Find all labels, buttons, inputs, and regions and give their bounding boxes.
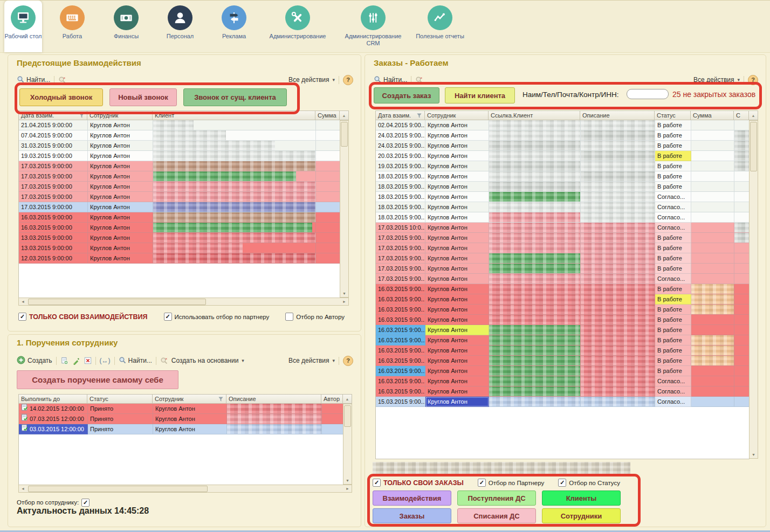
scroll-down-icon[interactable]: ▼ [340,289,348,297]
table-row[interactable]: 17.03.2015 9:00:00Круглов Антон [19,202,340,212]
table-row[interactable]: 03.03.2015 12:00:00ПринятоКруглов Антон [19,424,343,434]
table-row[interactable]: 17.03.2015 9:00:00Круглов Антон [19,171,340,182]
table-row[interactable]: 31.03.2015 9:00:00Круглов Антон [19,141,340,151]
column-header[interactable]: Описание [580,110,655,120]
vertical-scrollbar[interactable]: ▼ [749,120,758,459]
table-row[interactable]: 17.03.2015 9:00...Круглов АнтонВ работе [376,264,750,274]
client-search-input[interactable] [627,89,669,99]
scroll-right-icon[interactable]: ► [340,300,348,303]
table-row[interactable]: 02.04.2015 9:00...Круглов АнтонВ работе [376,120,750,130]
column-header[interactable]: Описание [226,394,321,404]
tab-admin-crm[interactable]: Администрирование CRM [338,1,409,52]
find-button[interactable]: Найти... [17,75,50,85]
checkbox-partner-filter[interactable]: ✓Использовать отбор по партнеру [164,313,270,321]
table-row[interactable]: 21.04.2015 9:00:00Круглов Антон [19,120,340,130]
clear-search-icon[interactable] [415,76,423,84]
find-button[interactable]: Найти... [119,356,152,365]
existing-client-call-button[interactable]: Звонок от сущ. клиента [183,88,287,106]
table-row[interactable]: 17.03.2015 9:00...Круглов АнтонВ работе [376,253,750,264]
table-row[interactable]: 16.03.2015 9:00...Круглов АнтонВ работе [376,284,750,294]
orders-nav-button[interactable]: Заказы [373,508,451,523]
table-row[interactable]: 17.03.2015 9:00:00Круглов Антон [19,182,340,192]
checkbox-order-partner-filter[interactable]: ✓Отбор по Партнеру [478,479,544,487]
horizontal-scrollbar[interactable]: ◄► [18,298,349,306]
table-row[interactable]: 16.03.2015 9:00...Круглов АнтонВ работе [376,294,750,305]
new-call-button[interactable]: Новый звонок [109,88,177,106]
checkbox-employee-filter[interactable]: Отбор по сотруднику:✓ [17,499,90,507]
table-row[interactable]: 07.04.2015 9:00:00Круглов Антон [19,130,340,141]
table-row[interactable]: 16.03.2015 9:00...Круглов АнтонВ работе [376,315,750,325]
table-row[interactable]: 12.03.2015 9:00:00Круглов Антон [19,253,340,264]
table-row[interactable]: 16.03.2015 9:00...Круглов АнтонВ работе [376,305,750,315]
clients-nav-button[interactable]: Клиенты [542,490,621,506]
checkbox-order-status-filter[interactable]: ✓Отбор по Статусу [558,479,620,487]
column-header[interactable]: Сумма [691,110,734,120]
ds-receipts-nav-button[interactable]: Поступления ДС [457,490,536,506]
set-interval-button[interactable]: (↔) [100,357,111,364]
table-row[interactable]: 07.03.2015 12:00:00ПринятоКруглов Антон [19,414,343,424]
tab-personnel[interactable]: Персонал [156,1,204,52]
table-row[interactable]: 18.03.2015 9:00...Круглов АнтонСогласо..… [376,202,750,212]
find-client-button[interactable]: Найти клиента [445,87,515,103]
column-header[interactable]: Автор [321,394,343,404]
table-row[interactable]: 18.03.2015 9:00...Круглов АнтонВ работе [376,182,750,192]
clear-search-icon[interactable] [160,357,168,364]
table-row[interactable]: 16.03.2015 9:00...Круглов АнтонВ работе [376,346,750,356]
table-row[interactable]: 24.03.2015 9:00...Круглов АнтонВ работе [376,141,750,151]
tab-work[interactable]: Работа [49,1,96,52]
interactions-nav-button[interactable]: Взаимодействия [373,490,451,506]
create-based-on-button[interactable]: Создать на основании▾ [171,357,244,364]
column-header[interactable]: С [734,110,749,120]
vertical-scrollbar[interactable]: ▼ [343,404,352,485]
help-button[interactable]: ? [343,75,353,85]
table-row[interactable]: 15.03.2015 9:00...Круглов АнтонСогласо..… [376,397,750,407]
column-header[interactable]: Сотрудник [425,110,489,120]
create-self-task-button[interactable]: Создать поручение самому себе [17,370,178,389]
table-row[interactable]: 16.03.2015 9:00...Круглов АнтонСогласо..… [376,386,750,397]
tab-desktop[interactable]: Рабочий стол [4,1,42,52]
checkbox-only-own-interactions[interactable]: ✓ТОЛЬКО СВОИ ВЗАИМОДЕЙСТВИЯ [18,313,148,321]
table-row[interactable]: 17.03.2015 10:0...Круглов АнтонСогласо..… [376,223,750,233]
table-row[interactable]: 16.03.2015 9:00:00Круглов Антон [19,212,340,223]
tab-ads[interactable]: Реклама [210,1,258,52]
cold-call-button[interactable]: Холодный звонок [19,88,103,106]
tab-finance[interactable]: Финансы [102,1,150,52]
column-header[interactable]: Дата взаим. [375,110,425,120]
sort-up-icon[interactable]: ▲ [343,394,352,404]
copy-button[interactable] [60,357,68,365]
scroll-left-icon[interactable]: ◄ [19,300,27,303]
vertical-scrollbar[interactable]: ▼ [340,120,349,298]
table-row[interactable]: 17.03.2015 9:00...Круглов АнтонВ работе [376,233,750,243]
column-header[interactable]: Статус [87,394,153,404]
checkbox-author-filter[interactable]: Отбор по Автору [285,313,345,321]
edit-pencil-icon[interactable] [72,357,80,365]
help-button[interactable]: ? [343,356,353,366]
table-row[interactable]: 18.03.2015 9:00...Круглов АнтонВ работе [376,171,750,182]
table-row[interactable]: 24.03.2015 9:00...Круглов АнтонВ работе [376,130,750,141]
scroll-right-icon[interactable]: ► [343,487,352,490]
table-row[interactable]: 14.02.2015 12:00:00ПринятоКруглов Антон [19,404,343,414]
column-header[interactable]: Статус [655,110,691,120]
column-header[interactable]: Сумма [315,110,340,120]
all-actions-button[interactable]: Все действия▾ [288,76,335,84]
sort-up-icon[interactable]: ▲ [749,110,758,120]
checkbox-only-own-orders[interactable]: ✓ТОЛЬКО СВОИ ЗАКАЗЫ [373,479,464,487]
create-order-button[interactable]: Создать заказ [374,87,439,103]
table-row[interactable]: 16.03.2015 9:00...Круглов АнтонВ работе [376,356,750,366]
employees-nav-button[interactable]: Сотрудники [542,508,621,523]
table-row[interactable]: 16.03.2015 9:00:00Круглов Антон [19,223,340,233]
column-header[interactable]: Сотрудник [87,110,153,120]
table-row[interactable]: 16.03.2015 9:00...Круглов АнтонСогласо..… [376,376,750,386]
sort-up-icon[interactable]: ▲ [340,110,349,120]
table-row[interactable]: 16.03.2015 9:00...Круглов АнтонВ работе [376,366,750,376]
find-button[interactable]: Найти... [374,75,407,85]
table-row[interactable]: 17.03.2015 9:00:00Круглов Антон [19,161,340,171]
scroll-down-icon[interactable]: ▼ [343,476,352,484]
all-actions-button[interactable]: Все действия▾ [693,76,740,84]
table-row[interactable]: 13.03.2015 9:00:00Круглов Антон [19,243,340,253]
table-row[interactable]: 16.03.2015 9:00...Круглов АнтонВ работе [376,325,750,335]
table-row[interactable]: 16.03.2015 9:00...Круглов АнтонВ работе [376,335,750,346]
help-button[interactable]: ? [748,75,758,85]
horizontal-scrollbar[interactable]: ◄► [18,485,352,493]
column-header[interactable]: Клиент [153,110,315,120]
